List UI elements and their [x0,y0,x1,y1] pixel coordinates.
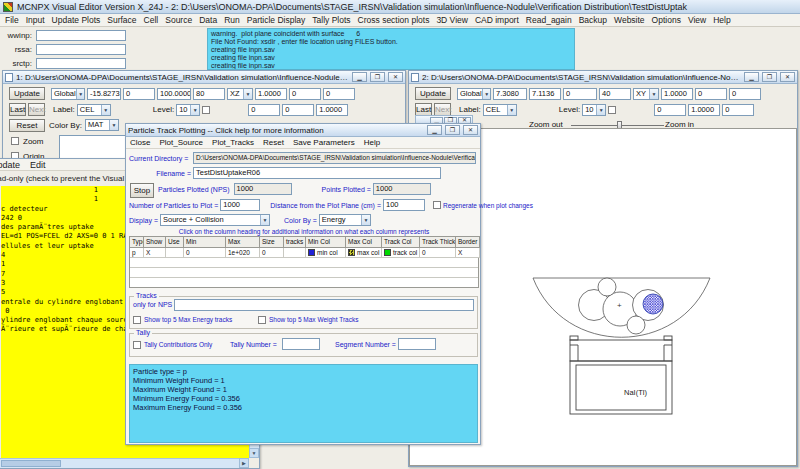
cell-track-col[interactable]: track col [382,248,420,258]
plot2-coord1-input[interactable]: 7.3080 [493,88,527,100]
min-col-swatch[interactable] [308,249,315,256]
cell-type[interactable]: p [130,248,144,258]
srctp-input[interactable] [36,58,126,69]
menu-item[interactable]: Tally Plots [312,15,350,25]
cell-min[interactable]: 0 [184,248,226,258]
col-header-show[interactable]: Show [144,237,166,248]
plot1-label-select[interactable]: CEL▼ [77,104,111,116]
plot2-restore-button[interactable]: ❐ [762,72,777,82]
plot2-update-button[interactable]: Update [415,87,451,100]
plot2-basis6-input[interactable]: 0 [722,104,754,116]
plot1-basis2-input[interactable]: 0 [289,88,321,100]
plot1-coord1-input[interactable]: -15.8273 [87,88,121,100]
dialog-menu-item[interactable]: Help [364,138,380,147]
menu-item[interactable]: Input [26,15,45,25]
cell-tracks[interactable] [284,248,306,258]
cell-border[interactable]: X [456,248,480,258]
tally-contributions-checkbox[interactable] [133,341,141,349]
menu-item[interactable]: Data [199,15,217,25]
dialog-restore-button[interactable]: ❐ [445,125,460,135]
plot1-reset-button[interactable]: Reset [9,119,45,132]
menu-item[interactable]: Cross section plots [358,15,430,25]
show-max-energy-checkbox[interactable] [133,316,141,324]
plot2-level-checkbox[interactable] [608,106,616,114]
plot1-level-select[interactable]: 10▼ [176,104,200,116]
cell-track-thick[interactable]: 0 [420,248,456,258]
dialog-titlebar[interactable]: Particle Track Plotting -- Click help fo… [126,124,480,137]
plot1-coord2-input[interactable]: 0 [123,88,155,100]
plot2-plane-select[interactable]: XY▼ [633,88,659,100]
plot1-basis1-input[interactable]: 1.0000 [255,88,287,100]
cell-max[interactable]: 1e+020 [226,248,260,258]
dialog-colorby-select[interactable]: Energy▼ [319,214,371,226]
plot1-next-button[interactable]: Next [28,103,45,116]
plot1-close-button[interactable]: ✕ [388,72,403,82]
menu-item[interactable]: Run [224,15,240,25]
track-col-swatch[interactable] [384,249,391,256]
show-max-weight-checkbox[interactable] [258,316,266,324]
dialog-menu-item[interactable]: Close [130,138,150,147]
plot1-minimize-button[interactable]: ▁ [352,72,367,82]
plot2-basis2-input[interactable]: 0 [695,88,727,100]
col-header-track-thick[interactable]: Track Thick [420,237,456,248]
plot2-coord2-input[interactable]: 7.1136 [529,88,561,100]
plot2-basis4-input[interactable]: 0 [654,104,686,116]
dialog-menu-item[interactable]: Plot_Tracks [212,138,254,147]
plot2-level-select[interactable]: 10▼ [582,104,606,116]
max-col-swatch[interactable] [348,249,355,256]
menu-item[interactable]: View [688,15,706,25]
menu-item[interactable]: Source [165,15,192,25]
plot1-update-button[interactable]: Update [9,87,45,100]
plot1-basis3-input[interactable]: 0 [323,88,355,100]
col-header-border[interactable]: Border [456,237,480,248]
plot2-coord3-input[interactable]: 0 [563,88,597,100]
editor-horizontal-scrollbar[interactable]: ◀ ▶ [0,458,249,468]
plot1-titlebar[interactable]: 1: D:\Users\ONOMA-DPA\Documents\STAGE_IR… [3,71,405,84]
menu-item[interactable]: Read_again [526,15,572,25]
cell-use[interactable] [166,248,184,258]
wwinp-input[interactable] [36,30,126,41]
menu-item[interactable]: Options [652,15,681,25]
col-header-track-col[interactable]: Track Col [382,237,420,248]
nps-input[interactable] [174,299,474,311]
plot1-coord4-input[interactable]: 80 [193,88,225,100]
menu-item[interactable]: Particle Display [247,15,306,25]
plot2-close-button[interactable]: ✕ [780,72,795,82]
col-header-size[interactable]: Size [260,237,284,248]
num-particles-input[interactable]: 1000 [220,199,260,211]
plot2-basis3-input[interactable]: 0 [729,88,761,100]
plot2-basis5-input[interactable]: 1.0000 [688,104,720,116]
rssa-input[interactable] [36,44,126,55]
plot1-level-checkbox[interactable] [202,106,210,114]
cell-size[interactable]: 0 [260,248,284,258]
plot1-zoom-checkbox[interactable] [11,137,19,145]
menu-item[interactable]: File [5,15,19,25]
menu-item[interactable]: Cell [144,15,159,25]
menu-item[interactable]: Backup [579,15,607,25]
segment-number-input[interactable] [398,338,436,350]
editor-menu-item[interactable]: Update [0,160,20,170]
cell-min-col[interactable]: min col [306,248,346,258]
dialog-close-button[interactable]: ✕ [463,125,478,135]
menu-item[interactable]: Help [713,15,730,25]
plot2-coord4-input[interactable]: 40 [599,88,631,100]
menu-item[interactable]: Surface [107,15,136,25]
plot1-plane-select[interactable]: XZ▼ [227,88,253,100]
display-select[interactable]: Source + Collision▼ [160,214,270,226]
plot1-colorby-select[interactable]: MAT▼ [85,119,119,131]
plot2-minimize-button[interactable]: ▁ [744,72,759,82]
dialog-minimize-button[interactable]: ▁ [427,125,442,135]
menu-item[interactable]: CAD import [475,15,519,25]
plot1-restore-button[interactable]: ❐ [370,72,385,82]
regenerate-checkbox[interactable] [433,201,441,209]
filename-input[interactable]: TestDistUptakeR06 [193,167,441,179]
plot1-scope-select[interactable]: Global▼ [51,88,85,100]
particle-table[interactable]: Type Show Use Min Max Size tracks Min Co… [129,236,480,258]
plot2-label-select[interactable]: CEL▼ [483,104,517,116]
dialog-menu-item[interactable]: Save Parameters [293,138,355,147]
dialog-menu-item[interactable]: Reset [263,138,284,147]
plot1-basis4-input[interactable]: 0 [248,104,280,116]
col-header-max-col[interactable]: Max Col [346,237,382,248]
col-header-min[interactable]: Min [184,237,226,248]
col-header-min-col[interactable]: Min Col [306,237,346,248]
